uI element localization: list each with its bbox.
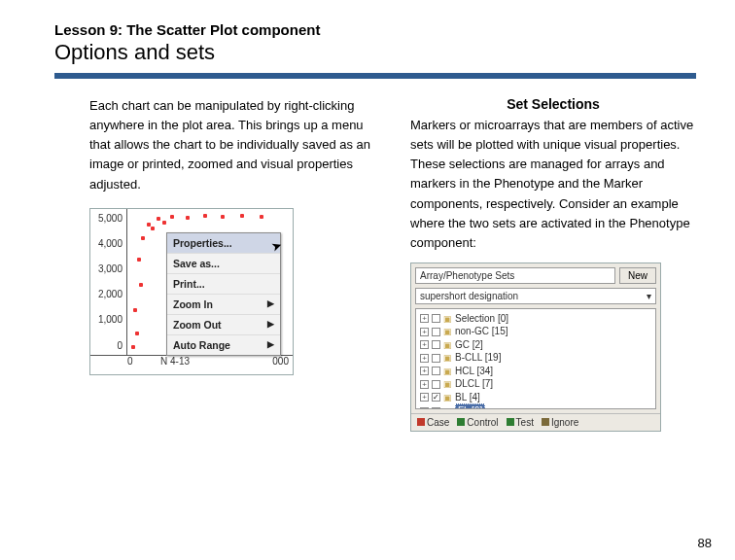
tree-item[interactable]: +▣FL [6] <box>420 403 651 409</box>
new-button[interactable]: New <box>619 267 656 284</box>
menu-label: Print... <box>173 278 205 290</box>
legend-swatch-control <box>457 418 465 426</box>
submenu-arrow-icon: ▶ <box>267 339 274 349</box>
ytick: 0 <box>117 340 122 351</box>
tree-item[interactable]: +▣B-CLL [19] <box>420 351 651 365</box>
xtick: 000 <box>272 356 293 367</box>
menu-label: Properties... <box>173 237 232 249</box>
phenotype-panel: Array/Phenotype Sets New supershort desi… <box>410 262 661 432</box>
tree-item[interactable]: +▣HCL [34] <box>420 365 651 378</box>
combo-value: supershort designation <box>420 291 518 301</box>
legend-swatch-test <box>507 418 514 426</box>
ytick: 4,000 <box>98 238 122 249</box>
menu-label: Zoom In <box>173 298 213 310</box>
designation-combo[interactable]: supershort designation ▾ <box>415 288 656 304</box>
chart-screenshot: 5,000 4,000 3,000 2,000 1,000 0 <box>89 208 294 375</box>
menu-item-print[interactable]: Print... <box>167 274 280 295</box>
legend-label: Ignore <box>551 417 578 428</box>
chevron-down-icon: ▾ <box>647 291 651 301</box>
menu-item-auto-range[interactable]: Auto Range ▶ <box>167 335 280 355</box>
tree-item[interactable]: +▣Selection [0] <box>420 312 651 326</box>
sets-tree[interactable]: +▣Selection [0] +▣non-GC [15] +▣GC [2] +… <box>415 308 656 409</box>
xtick: 0 <box>127 356 141 367</box>
panel-title-box: Array/Phenotype Sets <box>415 267 615 284</box>
menu-label: Save as... <box>173 258 220 269</box>
right-body-text: Markers or microarrays that are members … <box>410 116 696 253</box>
tree-item[interactable]: +▣GC [2] <box>420 338 651 352</box>
chart-x-axis: 0 N 4-13 000 <box>90 355 293 374</box>
tree-item[interactable]: +▣non-GC [15] <box>420 325 651 338</box>
ytick: 1,000 <box>98 314 122 325</box>
legend-label: Test <box>516 417 534 428</box>
ytick: 2,000 <box>98 289 122 299</box>
lesson-subtitle: Lesson 9: The Scatter Plot component <box>54 21 696 38</box>
ytick: 5,000 <box>98 213 122 224</box>
legend-swatch-case <box>417 418 425 426</box>
page-number: 88 <box>698 536 712 550</box>
chart-context-menu: Properties... Save as... Print... Zoom I… <box>166 232 281 356</box>
tree-item[interactable]: +▣BL [4] <box>420 391 651 404</box>
legend-label: Case <box>427 417 449 428</box>
chart-y-axis: 5,000 4,000 3,000 2,000 1,000 0 <box>90 209 127 355</box>
menu-item-zoom-out[interactable]: Zoom Out ▶ <box>167 315 280 335</box>
tree-item[interactable]: +▣DLCL [7] <box>420 377 651 391</box>
title-rule <box>54 73 696 79</box>
submenu-arrow-icon: ▶ <box>267 298 274 308</box>
menu-item-save-as[interactable]: Save as... <box>167 254 280 274</box>
menu-item-properties[interactable]: Properties... <box>167 233 280 254</box>
legend-swatch-ignore <box>542 418 549 426</box>
menu-label: Auto Range <box>173 339 230 351</box>
set-selections-heading: Set Selections <box>410 96 696 112</box>
submenu-arrow-icon: ▶ <box>267 319 274 329</box>
x-axis-label: N 4-13 <box>160 356 190 367</box>
menu-item-zoom-in[interactable]: Zoom In ▶ <box>167 295 280 315</box>
left-body-text: Each chart can be manipulated by right-c… <box>89 96 375 194</box>
menu-label: Zoom Out <box>173 319 222 331</box>
ytick: 3,000 <box>98 263 122 274</box>
legend-bar: Case Control Test Ignore <box>411 413 660 431</box>
legend-label: Control <box>467 417 498 428</box>
page-title: Options and sets <box>54 40 696 65</box>
